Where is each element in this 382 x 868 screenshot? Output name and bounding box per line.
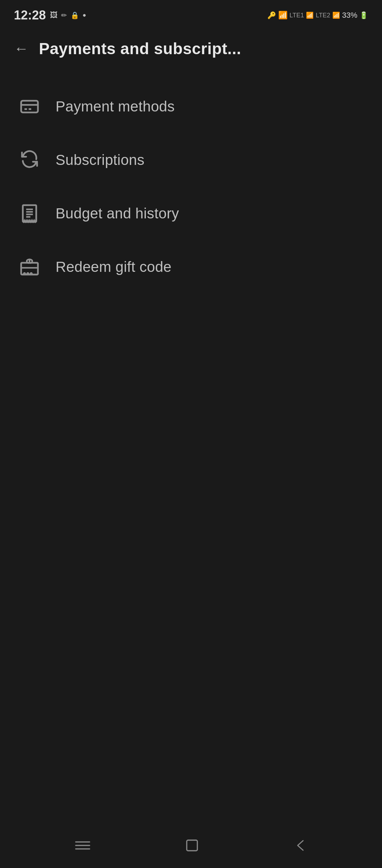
key-icon: 🔑 xyxy=(267,11,276,19)
battery-icon: 🔋 xyxy=(359,11,368,19)
page-title: Payments and subscript... xyxy=(39,39,241,58)
budget-and-history-label: Budget and history xyxy=(56,205,179,222)
payment-methods-label: Payment methods xyxy=(56,98,175,115)
signal-bars-2-icon: 📶 xyxy=(332,11,340,19)
status-right: 🔑 📶 LTE1 📶 LTE2 📶 33% 🔋 xyxy=(267,11,368,20)
signal-bars-1-icon: 📶 xyxy=(306,11,314,19)
status-bar: 12:28 🖼 ✏ 🔒 • 🔑 📶 LTE1 📶 LTE2 📶 33% 🔋 xyxy=(0,0,382,28)
nav-back-button[interactable] xyxy=(294,839,307,852)
gift-card-icon xyxy=(17,255,42,279)
menu-item-payment-methods[interactable]: Payment methods xyxy=(0,80,382,133)
nav-bar xyxy=(0,823,382,868)
status-left: 12:28 🖼 ✏ 🔒 • xyxy=(14,8,86,23)
subscriptions-label: Subscriptions xyxy=(56,152,144,168)
svg-rect-18 xyxy=(187,840,198,851)
back-button[interactable]: ← xyxy=(14,41,28,56)
redeem-gift-code-label: Redeem gift code xyxy=(56,259,172,275)
pen-icon: ✏ xyxy=(61,11,67,19)
notification-dot: • xyxy=(83,10,86,21)
vpn-icon: 🔒 xyxy=(70,11,79,19)
signal-lte1-icon: LTE1 xyxy=(290,12,304,19)
nav-home-button[interactable] xyxy=(185,838,199,853)
refresh-icon xyxy=(17,148,42,172)
menu-item-redeem-gift-code[interactable]: Redeem gift code xyxy=(0,240,382,294)
menu-list: Payment methods Subscriptions xyxy=(0,69,382,823)
battery-percentage: 33% xyxy=(342,11,357,20)
header: ← Payments and subscript... xyxy=(0,28,382,69)
menu-item-subscriptions[interactable]: Subscriptions xyxy=(0,133,382,187)
menu-item-budget-and-history[interactable]: Budget and history xyxy=(0,187,382,240)
receipt-icon xyxy=(17,201,42,226)
nav-recent-button[interactable] xyxy=(75,838,90,853)
status-icons-left: 🖼 ✏ 🔒 • xyxy=(50,10,86,21)
credit-card-icon xyxy=(17,94,42,119)
signal-lte2-icon: LTE2 xyxy=(316,12,330,19)
svg-rect-0 xyxy=(21,101,38,112)
status-time: 12:28 xyxy=(14,8,46,23)
wifi-icon: 📶 xyxy=(278,11,288,20)
gallery-icon: 🖼 xyxy=(50,11,58,20)
